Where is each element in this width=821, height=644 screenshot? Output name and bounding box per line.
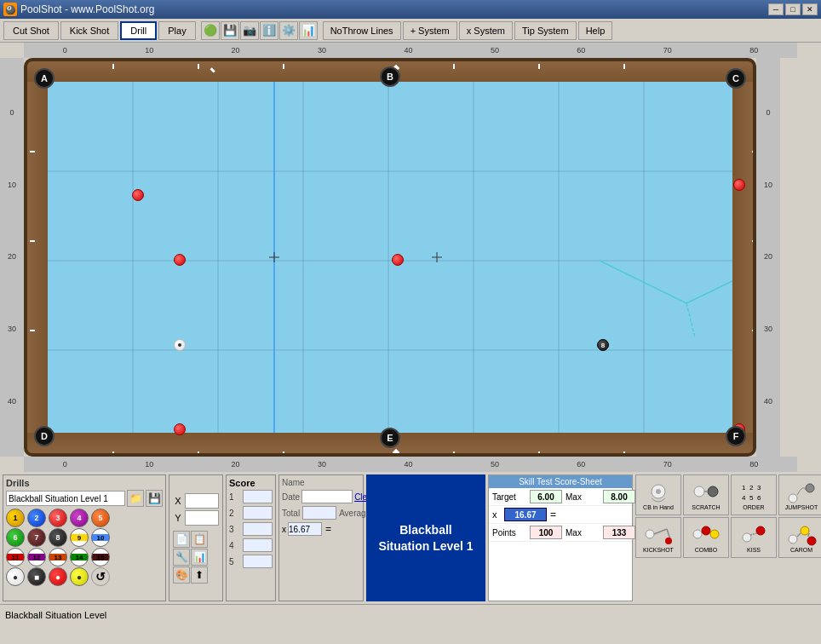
ball-red-3[interactable] <box>392 254 404 266</box>
x-system-button[interactable]: x System <box>459 21 513 40</box>
ball-5[interactable]: 5 <box>91 509 110 527</box>
ball-14[interactable]: 14 <box>70 548 89 566</box>
ball-red-6[interactable] <box>733 179 745 191</box>
settings-icon[interactable]: ⚙️ <box>279 21 298 40</box>
kickshot-button[interactable]: KICKSHOT <box>635 517 681 558</box>
ball-red-1[interactable] <box>132 189 144 201</box>
chart-icon[interactable]: 📊 <box>299 21 318 40</box>
icon-btn-4[interactable]: 📊 <box>191 549 208 566</box>
svg-point-62 <box>801 526 809 535</box>
save-icon[interactable]: 💾 <box>221 21 239 40</box>
skill-test-panel: Skill Test Score-Sheet Target Max x = Po… <box>488 474 633 601</box>
total-input[interactable] <box>302 506 336 520</box>
score-2[interactable] <box>243 506 273 520</box>
x-value-skill[interactable] <box>504 508 547 521</box>
ball-9[interactable]: 9 <box>70 528 89 547</box>
ball-white[interactable]: ● <box>6 567 25 586</box>
skill-header: Skill Test Score-Sheet <box>489 475 632 488</box>
x-mult-skill: x <box>492 509 501 520</box>
score-4[interactable] <box>243 538 273 552</box>
camera-icon[interactable]: 📷 <box>240 21 259 40</box>
menu-bar: Cut Shot Kick Shot Drill Play 🟢 💾 📷 ℹ️ ⚙… <box>0 19 821 43</box>
points-input[interactable] <box>530 526 562 539</box>
ball-11[interactable]: 11 <box>6 548 25 566</box>
cue-ball[interactable] <box>174 339 186 351</box>
kiss-button[interactable]: KISS <box>731 517 777 558</box>
points-label: Points <box>492 528 526 538</box>
x-input[interactable] <box>185 493 219 509</box>
points-max-input[interactable] <box>603 526 635 539</box>
ball-13[interactable]: 13 <box>49 548 67 566</box>
cut-shot-button[interactable]: Cut Shot <box>3 21 59 40</box>
ball-8-btn[interactable]: 8 <box>49 528 67 547</box>
score-1[interactable] <box>243 490 273 503</box>
ball-red-4[interactable] <box>174 423 186 435</box>
ball-2[interactable]: 2 <box>27 509 46 527</box>
ball-red-small[interactable]: ● <box>49 567 67 586</box>
drill-name-display: Blackball Situation Level 1 <box>366 474 485 601</box>
date-input[interactable] <box>301 490 353 503</box>
max-input[interactable] <box>603 490 635 503</box>
ball-grid: 1 2 3 4 5 6 7 8 9 10 11 12 13 14 15 ● ■ … <box>6 509 163 586</box>
felt-area[interactable] <box>48 82 732 433</box>
cb-in-hand-button[interactable]: CB in Hand <box>635 474 681 515</box>
minimize-button[interactable]: ─ <box>768 3 784 15</box>
ball-red-2[interactable] <box>174 254 186 266</box>
ball-6[interactable]: 6 <box>6 528 25 547</box>
ball-black-small[interactable]: ■ <box>27 567 46 586</box>
pool-table[interactable]: A B C D E F 8 <box>24 58 756 457</box>
ruler-horizontal: 0 10 20 30 40 50 60 70 80 <box>24 43 797 58</box>
x-label: X <box>173 496 183 506</box>
score-5[interactable] <box>243 555 273 568</box>
carom-button[interactable]: CAROM <box>778 517 821 558</box>
ball-10[interactable]: 10 <box>91 528 110 547</box>
points-row: Points Max <box>489 524 632 542</box>
drills-name-bar: 📁 💾 <box>6 490 163 507</box>
green-circle-icon[interactable]: 🟢 <box>201 21 220 40</box>
blackball-status-label: Blackball Situation Level <box>5 610 106 620</box>
ball-yellow-small[interactable]: ● <box>70 567 89 586</box>
icon-btn-3[interactable]: 🔧 <box>173 549 190 566</box>
ruler-right: 0 10 20 30 40 <box>756 58 780 457</box>
scratch-button[interactable]: SCRATCH <box>683 474 729 515</box>
svg-text:2: 2 <box>749 484 754 492</box>
ball-4[interactable]: 4 <box>70 509 89 527</box>
order-button[interactable]: 123 456 ORDER <box>731 474 777 515</box>
icon-btn-5[interactable]: 🎨 <box>173 566 190 584</box>
x-value-input[interactable] <box>288 522 322 536</box>
svg-point-54 <box>646 530 654 538</box>
rotate-button[interactable]: ↺ <box>91 567 110 586</box>
drills-save-icon[interactable]: 💾 <box>146 490 163 507</box>
play-button[interactable]: Play <box>158 21 195 40</box>
drills-name-input[interactable] <box>6 491 125 506</box>
icon-btn-1[interactable]: 📄 <box>173 531 190 548</box>
plus-system-button[interactable]: + System <box>403 21 457 40</box>
svg-line-15 <box>600 261 686 303</box>
combo-button[interactable]: COMBO <box>683 517 729 558</box>
pocket-b: B <box>380 66 400 87</box>
score-3[interactable] <box>243 522 273 536</box>
ball-8[interactable]: 8 <box>597 339 609 351</box>
svg-text:6: 6 <box>757 494 761 502</box>
target-input[interactable] <box>530 490 562 503</box>
svg-line-17 <box>686 303 695 337</box>
kick-shot-button[interactable]: Kick Shot <box>60 21 118 40</box>
close-button[interactable]: ✕ <box>802 3 818 15</box>
drills-folder-icon[interactable]: 📁 <box>127 490 144 507</box>
ball-15[interactable]: 15 <box>91 548 110 566</box>
nothrow-lines-button[interactable]: NoThrow Lines <box>323 21 401 40</box>
carom-label: CAROM <box>790 547 812 553</box>
ball-3[interactable]: 3 <box>49 509 67 527</box>
y-input[interactable] <box>185 510 219 526</box>
info-icon[interactable]: ℹ️ <box>260 21 278 40</box>
ball-1[interactable]: 1 <box>6 509 25 527</box>
ball-7[interactable]: 7 <box>27 528 46 547</box>
help-button[interactable]: Help <box>578 21 613 40</box>
ball-12[interactable]: 12 <box>27 548 46 566</box>
maximize-button[interactable]: □ <box>785 3 801 15</box>
jumpshot-button[interactable]: JUMPSHOT <box>778 474 821 515</box>
icon-btn-2[interactable]: 📋 <box>191 531 208 548</box>
icon-btn-6[interactable]: ⬆ <box>191 566 208 584</box>
drill-button[interactable]: Drill <box>120 21 157 40</box>
tip-system-button[interactable]: Tip System <box>514 21 577 40</box>
